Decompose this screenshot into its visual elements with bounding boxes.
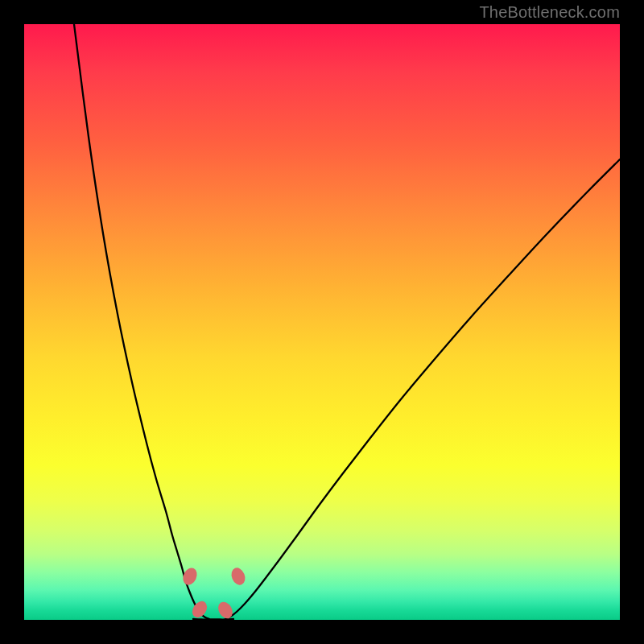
plot-area <box>24 24 620 620</box>
marker-right-lower <box>216 599 236 620</box>
marker-left-lower <box>189 598 210 620</box>
marker-right-upper <box>229 566 247 587</box>
chart-frame: TheBottleneck.com <box>0 0 644 644</box>
marker-left-upper <box>180 566 200 588</box>
watermark-text: TheBottleneck.com <box>479 3 620 22</box>
series-group <box>74 24 620 620</box>
series-valley-floor <box>193 619 233 620</box>
series-left-branch <box>74 24 209 619</box>
series-right-branch <box>225 159 620 619</box>
curve-svg <box>24 24 620 620</box>
